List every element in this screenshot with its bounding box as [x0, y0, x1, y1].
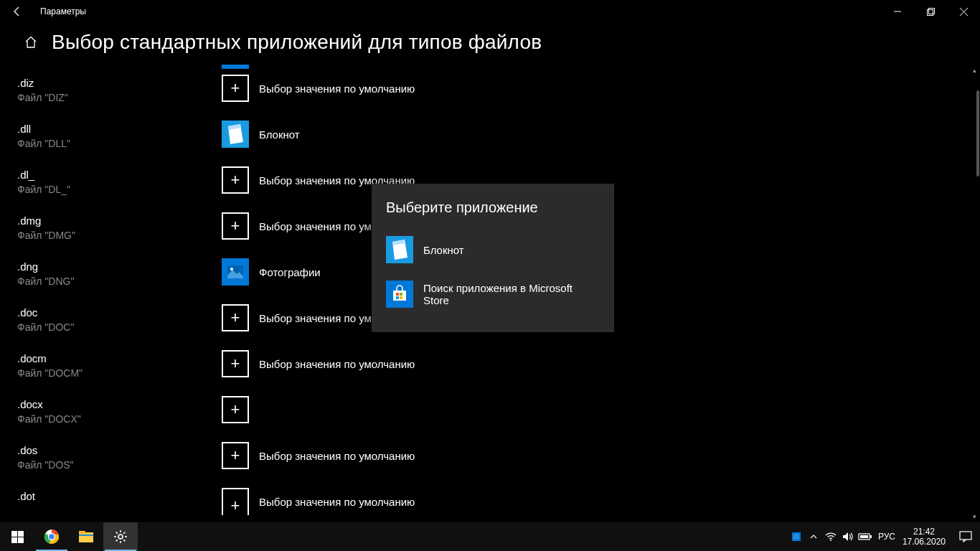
file-type-desc: Файл "DMG" — [17, 228, 222, 242]
tray-battery-icon[interactable] — [857, 522, 874, 551]
plus-icon: + — [231, 402, 240, 418]
system-tray: РУС 21:42 17.06.2020 — [788, 522, 980, 551]
app-chooser-popup: Выберите приложение Блокнот Поиск прилож… — [372, 184, 614, 332]
app-picker-unset[interactable]: + — [222, 350, 249, 377]
app-picker-label: Блокнот — [259, 128, 300, 141]
maximize-button[interactable] — [914, 0, 947, 23]
taskbar-settings[interactable] — [103, 522, 138, 551]
app-picker-label: Выбор значения по умолчанию — [259, 496, 415, 508]
app-picker-label: Выбор значения по умолчанию — [259, 450, 415, 462]
minimize-button[interactable] — [881, 0, 914, 23]
svg-line-35 — [123, 540, 125, 541]
app-picker-notepad[interactable] — [222, 121, 249, 148]
scroll-thumb[interactable] — [976, 90, 979, 176]
app-picker-unset[interactable]: + — [222, 488, 249, 515]
scroll-up-icon[interactable]: ▴ — [969, 65, 980, 76]
file-type-ext: .dot — [17, 489, 222, 504]
app-picker-label: Фотографии — [259, 266, 321, 278]
svg-rect-26 — [79, 532, 93, 542]
app-picker-label: Выбор значения по умолчанию — [259, 83, 415, 95]
vertical-scrollbar[interactable]: ▴ ▾ — [969, 65, 980, 522]
file-type-ext: .dos — [17, 443, 222, 458]
taskbar-explorer[interactable] — [69, 522, 103, 551]
file-type-desc: Файл "DOC" — [17, 320, 222, 334]
scroll-down-icon[interactable]: ▾ — [969, 511, 980, 522]
svg-rect-13 — [396, 293, 399, 296]
page-header: Выбор стандартных приложений для типов ф… — [0, 23, 980, 65]
plus-icon: + — [231, 218, 240, 234]
plus-icon: + — [231, 498, 240, 514]
svg-rect-18 — [18, 531, 24, 537]
svg-rect-45 — [960, 532, 971, 540]
file-type-row: .dll Файл "DLL" Блокнот — [17, 121, 980, 166]
plus-icon: + — [231, 448, 240, 463]
file-type-row: .dot + Выбор значения по умолчанию — [17, 488, 980, 522]
file-type-row: .dos Файл "DOS" + Выбор значения по умол… — [17, 442, 980, 488]
file-type-ext: .dl_ — [17, 168, 222, 182]
tray-language[interactable]: РУС — [874, 532, 900, 542]
popup-option-notepad[interactable]: Блокнот — [372, 227, 614, 272]
svg-line-34 — [116, 532, 118, 534]
file-type-ext: .docx — [17, 397, 222, 412]
svg-rect-1 — [927, 9, 933, 15]
window-title: Параметры — [40, 6, 86, 17]
file-type-ext: .dng — [17, 260, 222, 274]
file-type-desc: Файл "DL_" — [17, 182, 222, 197]
svg-rect-14 — [400, 293, 402, 296]
titlebar: Параметры — [0, 0, 980, 23]
tray-clock[interactable]: 21:42 17.06.2020 — [900, 527, 951, 547]
app-picker-unset[interactable]: + — [222, 442, 249, 469]
file-type-ext: .doc — [17, 306, 222, 320]
file-type-ext: .docm — [17, 352, 222, 366]
svg-rect-17 — [11, 531, 17, 537]
file-type-row: .docx Файл "DOCX" + — [17, 396, 980, 442]
app-picker-unset[interactable]: + — [222, 396, 249, 423]
file-type-row: .diz Файл "DIZ" + Выбор значения по умол… — [17, 75, 980, 121]
app-picker-unset[interactable]: + — [222, 75, 249, 102]
popup-option-store[interactable]: Поиск приложения в Microsoft Store — [372, 272, 614, 316]
file-type-ext: .diz — [17, 76, 222, 90]
svg-rect-39 — [793, 534, 799, 540]
app-picker-unset[interactable]: + — [222, 212, 249, 240]
svg-point-9 — [230, 268, 233, 270]
store-icon — [386, 281, 413, 308]
plus-icon: + — [231, 356, 240, 372]
file-type-desc: Файл "DNG" — [17, 274, 222, 288]
tray-time: 21:42 — [903, 527, 946, 537]
svg-rect-44 — [860, 535, 868, 538]
file-type-row: .docm Файл "DOCM" + Выбор значения по ум… — [17, 350, 980, 396]
svg-point-29 — [118, 534, 123, 539]
tray-volume-icon[interactable] — [839, 522, 857, 551]
svg-rect-2 — [928, 8, 934, 14]
app-picker-unset[interactable]: + — [222, 304, 249, 331]
taskbar-chrome[interactable] — [34, 522, 69, 551]
file-type-desc: Файл "DIZ" — [17, 90, 222, 105]
svg-line-36 — [116, 540, 118, 541]
page-title: Выбор стандартных приложений для типов ф… — [52, 31, 542, 54]
plus-icon: + — [231, 172, 240, 188]
start-button[interactable] — [0, 522, 34, 551]
svg-rect-20 — [18, 537, 24, 543]
app-picker-assigned[interactable] — [222, 65, 249, 69]
file-type-ext: .dmg — [17, 214, 222, 228]
file-type-ext: .dll — [17, 122, 222, 136]
svg-point-40 — [830, 540, 831, 541]
scroll-track[interactable] — [969, 76, 980, 511]
svg-line-37 — [123, 532, 125, 534]
close-button[interactable] — [947, 0, 980, 23]
popup-option-label: Поиск приложения в Microsoft Store — [423, 282, 600, 306]
home-button[interactable] — [17, 29, 44, 56]
tray-wifi-icon[interactable] — [822, 522, 839, 551]
tray-chevron-up-icon[interactable] — [805, 522, 822, 551]
plus-icon: + — [231, 80, 240, 96]
app-picker-unset[interactable]: + — [222, 166, 249, 194]
back-button[interactable] — [0, 0, 34, 23]
tray-notifications-icon[interactable] — [951, 522, 980, 551]
svg-rect-15 — [396, 296, 399, 299]
app-picker-photos[interactable] — [222, 258, 249, 286]
file-type-desc: Файл "DOCX" — [17, 412, 222, 426]
app-picker-label: Выбор значения по умолчанию — [259, 358, 415, 370]
tray-security-icon[interactable] — [788, 522, 805, 551]
svg-rect-27 — [79, 531, 85, 534]
notepad-icon — [386, 236, 413, 263]
